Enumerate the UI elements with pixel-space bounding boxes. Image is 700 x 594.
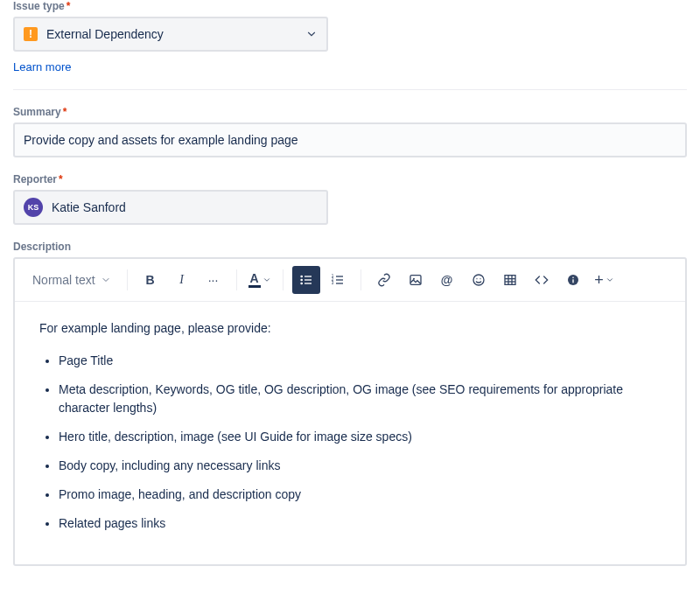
svg-point-2 (300, 279, 303, 282)
summary-label: Summary* (13, 106, 687, 118)
summary-field: Summary* (13, 106, 687, 157)
issue-type-select[interactable]: ! External Dependency (13, 17, 328, 52)
code-button[interactable] (528, 266, 556, 294)
svg-rect-1 (304, 276, 312, 276)
toolbar-separator (360, 269, 361, 290)
bullet-list-button[interactable] (292, 266, 320, 294)
list-item: Promo image, heading, and description co… (59, 486, 661, 504)
issue-type-select-content: ! External Dependency (24, 27, 164, 41)
italic-button[interactable]: I (168, 266, 196, 294)
issue-type-value: External Dependency (46, 27, 164, 41)
toolbar-separator (127, 269, 128, 290)
svg-point-0 (300, 276, 303, 278)
info-button[interactable] (559, 266, 587, 294)
mention-button[interactable]: @ (433, 266, 461, 294)
svg-rect-24 (572, 279, 573, 283)
more-formatting-button[interactable]: ··· (200, 266, 228, 294)
list-item: Related pages links (59, 514, 661, 533)
reporter-label-text: Reporter (13, 173, 57, 185)
text-color-button[interactable]: A (246, 266, 274, 294)
svg-rect-17 (505, 276, 515, 285)
issue-type-field: Issue type* ! External Dependency Learn … (13, 0, 687, 73)
issue-type-label-text: Issue type (13, 0, 65, 12)
toolbar-separator (283, 269, 284, 290)
table-button[interactable] (496, 266, 524, 294)
summary-input[interactable] (13, 122, 687, 157)
reporter-name: Katie Sanford (52, 200, 126, 214)
summary-label-text: Summary (13, 106, 61, 118)
external-dependency-icon: ! (24, 27, 38, 41)
bold-button[interactable]: B (136, 266, 164, 294)
description-label: Description (13, 241, 687, 253)
reporter-label: Reporter* (13, 173, 687, 185)
svg-rect-7 (336, 276, 343, 276)
svg-point-23 (572, 277, 574, 279)
list-item: Body copy, including any necessary links (59, 457, 661, 475)
required-indicator: * (66, 0, 71, 12)
learn-more-link[interactable]: Learn more (13, 60, 71, 73)
description-intro: For example landing page, please provide… (39, 319, 661, 338)
svg-rect-9 (336, 279, 343, 280)
text-style-label: Normal text (32, 273, 95, 287)
svg-point-4 (300, 283, 303, 285)
chevron-down-icon (305, 28, 318, 40)
svg-point-15 (476, 278, 477, 279)
list-item: Hero title, description, image (see UI G… (59, 428, 661, 446)
list-item: Page Title (59, 352, 661, 370)
svg-rect-11 (336, 283, 343, 283)
svg-rect-5 (304, 283, 312, 283)
list-item: Meta description, Keywords, OG title, OG… (59, 381, 661, 417)
insert-more-button[interactable]: + (591, 266, 619, 294)
reporter-field: Reporter* KS Katie Sanford (13, 173, 687, 225)
description-editor: Normal text B I ··· A 123 (13, 257, 687, 566)
svg-point-16 (480, 278, 480, 279)
description-list: Page TitleMeta description, Keywords, OG… (39, 352, 661, 533)
image-button[interactable] (402, 266, 430, 294)
emoji-button[interactable] (465, 266, 493, 294)
svg-rect-3 (304, 279, 312, 280)
svg-text:3: 3 (331, 281, 333, 285)
reporter-select[interactable]: KS Katie Sanford (13, 190, 328, 225)
description-content[interactable]: For example landing page, please provide… (15, 302, 685, 564)
toolbar-separator (236, 269, 237, 290)
numbered-list-button[interactable]: 123 (324, 266, 352, 294)
description-field: Description Normal text B I ··· A 123 (13, 241, 687, 566)
issue-type-label: Issue type* (13, 0, 687, 12)
editor-toolbar: Normal text B I ··· A 123 (15, 259, 685, 302)
link-button[interactable] (370, 266, 398, 294)
required-indicator: * (59, 173, 63, 185)
svg-point-14 (473, 275, 484, 285)
text-style-dropdown[interactable]: Normal text (25, 266, 118, 294)
required-indicator: * (63, 106, 67, 118)
section-divider (13, 89, 687, 90)
avatar: KS (24, 198, 43, 217)
